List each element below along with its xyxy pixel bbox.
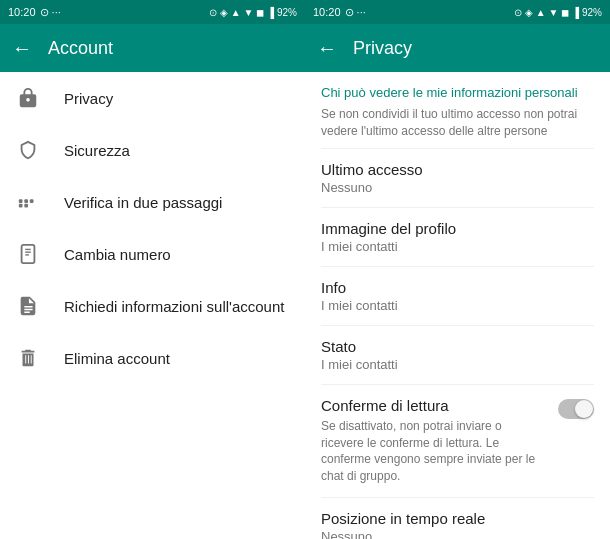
status-bar-left: 10:20 ⊙ ··· ⊙ ◈ ▲ ▼ ◼ ▐ 92% [0, 0, 305, 24]
section-header: Chi può vedere le mie informazioni perso… [305, 72, 610, 106]
info-subtitle: I miei contatti [321, 298, 594, 313]
battery-left: 92% [277, 7, 297, 18]
status-icons-right: ⊙ ··· [345, 6, 366, 19]
time-right: 10:20 [313, 6, 341, 18]
read-receipts-toggle[interactable] [558, 399, 594, 419]
status-icons-left: ⊙ ··· [40, 6, 61, 19]
info-content: Info I miei contatti [321, 279, 594, 313]
info-title: Info [321, 279, 594, 296]
svg-rect-3 [19, 204, 23, 208]
status-bar-right-left: 10:20 ⊙ ··· [313, 6, 366, 19]
two-step-label: Verifica in due passaggi [64, 194, 222, 211]
read-receipts-text: Conferme di lettura Se disattivato, non … [321, 397, 558, 485]
status-bar-left-content: 10:20 ⊙ ··· [8, 6, 61, 19]
last-seen-content: Ultimo accesso Nessuno [321, 161, 594, 195]
shield-icon [16, 138, 40, 162]
live-location-subtitle: Nessuno [321, 529, 594, 539]
status-bar-right-right: ⊙ ◈ ▲ ▼ ◼ ▐ 92% [514, 7, 602, 18]
status-bar-right-content: ⊙ ◈ ▲ ▼ ◼ ▐ 92% [209, 7, 297, 18]
privacy-toolbar: ← Privacy [305, 24, 610, 72]
svg-rect-1 [24, 199, 28, 203]
svg-rect-4 [24, 204, 28, 208]
svg-rect-5 [22, 245, 35, 263]
privacy-panel: 10:20 ⊙ ··· ⊙ ◈ ▲ ▼ ◼ ▐ 92% ← Privacy Ch… [305, 0, 610, 539]
last-seen-subtitle: Nessuno [321, 180, 594, 195]
menu-item-change-number[interactable]: Cambia numero [0, 228, 305, 280]
back-button-privacy[interactable]: ← [317, 37, 337, 60]
delete-account-label: Elimina account [64, 350, 170, 367]
security-label: Sicurezza [64, 142, 130, 159]
menu-item-delete-account[interactable]: Elimina account [0, 332, 305, 384]
stato-subtitle: I miei contatti [321, 357, 594, 372]
phone-icon [16, 242, 40, 266]
svg-rect-0 [19, 199, 23, 203]
read-receipts-desc: Se disattivato, non potrai inviare o ric… [321, 418, 546, 485]
profile-photo-title: Immagine del profilo [321, 220, 594, 237]
account-title: Account [48, 38, 113, 59]
menu-item-privacy[interactable]: Privacy [0, 72, 305, 124]
privacy-item-profile-photo[interactable]: Immagine del profilo I miei contatti [305, 208, 610, 266]
change-number-label: Cambia numero [64, 246, 171, 263]
stato-content: Stato I miei contatti [321, 338, 594, 372]
last-seen-title: Ultimo accesso [321, 161, 594, 178]
stato-title: Stato [321, 338, 594, 355]
privacy-content: Chi può vedere le mie informazioni perso… [305, 72, 610, 539]
account-menu-list: Privacy Sicurezza Verifica in due passag… [0, 72, 305, 539]
read-receipts-container[interactable]: Conferme di lettura Se disattivato, non … [305, 385, 610, 497]
privacy-title: Privacy [353, 38, 412, 59]
menu-item-security[interactable]: Sicurezza [0, 124, 305, 176]
account-panel: 10:20 ⊙ ··· ⊙ ◈ ▲ ▼ ◼ ▐ 92% ← Account Pr… [0, 0, 305, 539]
document-icon [16, 294, 40, 318]
live-location-content: Posizione in tempo reale Nessuno [321, 510, 594, 539]
time-left: 10:20 [8, 6, 36, 18]
profile-photo-content: Immagine del profilo I miei contatti [321, 220, 594, 254]
privacy-item-last-seen[interactable]: Ultimo accesso Nessuno [305, 149, 610, 207]
profile-photo-subtitle: I miei contatti [321, 239, 594, 254]
status-symbols-left: ⊙ ◈ ▲ ▼ ◼ ▐ [209, 7, 274, 18]
request-info-label: Richiedi informazioni sull'account [64, 298, 284, 315]
privacy-item-stato[interactable]: Stato I miei contatti [305, 326, 610, 384]
back-button-account[interactable]: ← [12, 37, 32, 60]
dots-icon [16, 190, 40, 214]
lock-icon [16, 86, 40, 110]
trash-icon [16, 346, 40, 370]
section-desc: Se non condividi il tuo ultimo accesso n… [305, 106, 610, 148]
privacy-item-live-location[interactable]: Posizione in tempo reale Nessuno [305, 498, 610, 539]
account-toolbar: ← Account [0, 24, 305, 72]
network-icons: ⊙ ◈ ▲ ▼ ◼ ▐ [514, 7, 579, 18]
read-receipts-title: Conferme di lettura [321, 397, 546, 414]
menu-item-two-step[interactable]: Verifica in due passaggi [0, 176, 305, 228]
privacy-label: Privacy [64, 90, 113, 107]
battery-right: 92% [582, 7, 602, 18]
status-bar-right: 10:20 ⊙ ··· ⊙ ◈ ▲ ▼ ◼ ▐ 92% [305, 0, 610, 24]
svg-rect-2 [30, 199, 34, 203]
menu-item-request-info[interactable]: Richiedi informazioni sull'account [0, 280, 305, 332]
live-location-title: Posizione in tempo reale [321, 510, 594, 527]
privacy-item-info[interactable]: Info I miei contatti [305, 267, 610, 325]
